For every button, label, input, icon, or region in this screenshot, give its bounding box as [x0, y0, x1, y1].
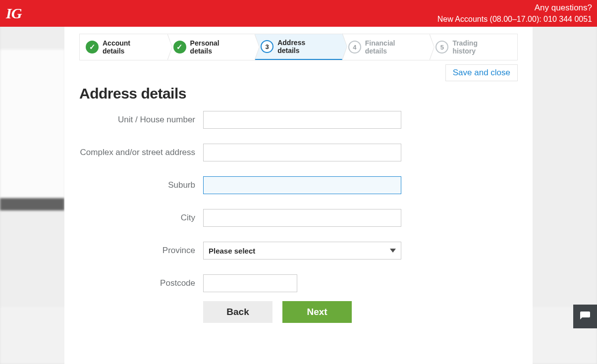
check-icon: ✓ — [173, 41, 186, 53]
step-label: Trading history — [452, 39, 497, 55]
step-label: Financial details — [365, 39, 410, 55]
save-and-close-button[interactable]: Save and close — [445, 64, 518, 81]
postcode-label: Postcode — [79, 278, 203, 288]
city-input[interactable] — [203, 209, 401, 227]
chat-icon — [579, 311, 591, 322]
step-number: 5 — [435, 41, 448, 53]
province-selected: Please select — [209, 247, 255, 255]
province-select[interactable]: Please select — [203, 242, 401, 260]
main-panel: ✓ Account details ✓ Personal details 3 A… — [64, 27, 533, 364]
address-form: Unit / House number Complex and/or stree… — [79, 111, 518, 292]
city-label: City — [79, 213, 203, 223]
step-address-details[interactable]: 3 Address details — [255, 34, 342, 60]
topbar-phone: New Accounts (08.00–17.00): 010 344 0051 — [437, 14, 592, 25]
step-trading-history: 5 Trading history — [430, 34, 517, 60]
unit-label: Unit / House number — [79, 115, 203, 125]
topbar-contact: Any questions? New Accounts (08.00–17.00… — [437, 2, 592, 25]
step-account-details[interactable]: ✓ Account details — [80, 34, 167, 60]
chevron-down-icon — [390, 249, 396, 253]
step-label: Personal details — [190, 39, 235, 55]
street-label: Complex and/or street address — [79, 148, 203, 157]
step-number: 3 — [261, 40, 273, 53]
step-label: Address details — [277, 39, 322, 54]
page-title: Address details — [79, 85, 518, 102]
step-financial-details: 4 Financial details — [342, 34, 430, 60]
back-button[interactable]: Back — [203, 301, 272, 323]
chat-widget[interactable] — [573, 305, 597, 328]
topbar: IG Any questions? New Accounts (08.00–17… — [0, 0, 597, 27]
check-icon: ✓ — [86, 41, 99, 53]
unit-input[interactable] — [203, 111, 401, 129]
province-label: Province — [79, 246, 203, 256]
logo: IG — [6, 5, 21, 22]
step-label: Account details — [103, 39, 147, 55]
next-button[interactable]: Next — [282, 301, 352, 323]
postcode-input[interactable] — [203, 274, 297, 292]
step-number: 4 — [348, 41, 361, 53]
topbar-questions: Any questions? — [437, 2, 592, 14]
street-input[interactable] — [203, 144, 401, 161]
suburb-input[interactable] — [203, 176, 401, 194]
suburb-label: Suburb — [79, 180, 203, 190]
progress-steps: ✓ Account details ✓ Personal details 3 A… — [79, 34, 518, 60]
step-personal-details[interactable]: ✓ Personal details — [167, 34, 255, 60]
